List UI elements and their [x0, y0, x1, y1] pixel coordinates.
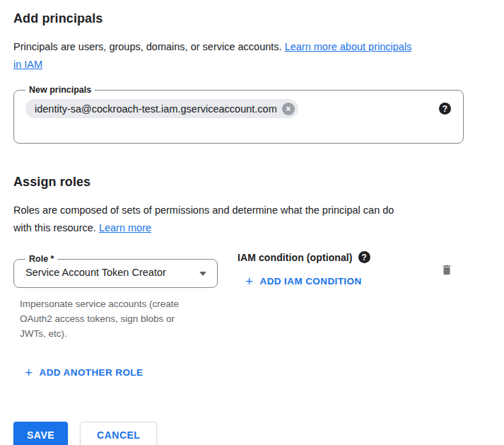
role-label: Role *: [25, 253, 57, 265]
add-another-role-button[interactable]: + ADD ANOTHER ROLE: [13, 366, 143, 379]
action-buttons-row: SAVE CANCEL: [13, 422, 504, 445]
add-iam-condition-button[interactable]: + ADD IAM CONDITION: [238, 275, 362, 288]
role-row: Role * Service Account Token Creator Imp…: [13, 259, 504, 341]
learn-more-roles-link[interactable]: Learn more: [99, 222, 151, 233]
iam-condition-column: IAM condition (optional) ? + ADD IAM CON…: [238, 251, 370, 289]
assign-roles-text: Roles are composed of sets of permission…: [13, 204, 394, 233]
trash-icon: [440, 263, 453, 277]
assign-roles-title: Assign roles: [13, 173, 504, 190]
page-title: Add principals: [13, 10, 504, 27]
save-button[interactable]: SAVE: [13, 422, 68, 445]
assign-roles-paragraph: Roles are composed of sets of permission…: [13, 202, 491, 237]
role-description: Impersonate service accounts (create OAu…: [13, 296, 218, 341]
role-select[interactable]: Role * Service Account Token Creator: [13, 259, 218, 288]
role-selected-value: Service Account Token Creator: [25, 267, 166, 278]
add-principals-panel: Add principals Principals are users, gro…: [0, 0, 504, 445]
new-principals-label: New principals: [25, 84, 95, 96]
principal-chip: identity-sa@cockroach-test.iam.gservicea…: [25, 99, 298, 118]
delete-role-button[interactable]: [440, 263, 453, 277]
new-principals-help-icon[interactable]: ?: [439, 103, 451, 115]
principal-chip-value: identity-sa@cockroach-test.iam.gservicea…: [35, 103, 277, 115]
plus-icon: +: [25, 367, 33, 378]
chip-remove-icon[interactable]: ×: [282, 103, 295, 115]
iam-condition-label: IAM condition (optional): [238, 252, 353, 263]
intro-paragraph: Principals are users, groups, domains, o…: [13, 38, 491, 74]
intro-text: Principals are users, groups, domains, o…: [13, 41, 285, 52]
dropdown-arrow-icon: [199, 272, 206, 276]
close-icon: ×: [286, 104, 291, 114]
iam-condition-help-icon[interactable]: ?: [358, 251, 370, 263]
delete-role-column: [440, 263, 453, 279]
add-iam-condition-label: ADD IAM CONDITION: [260, 275, 362, 288]
role-column: Role * Service Account Token Creator Imp…: [13, 259, 218, 341]
plus-icon: +: [245, 276, 254, 287]
iam-condition-label-row: IAM condition (optional) ?: [238, 251, 370, 263]
new-principals-field[interactable]: New principals identity-sa@cockroach-tes…: [13, 90, 464, 144]
cancel-button[interactable]: CANCEL: [80, 422, 157, 445]
add-another-role-label: ADD ANOTHER ROLE: [40, 366, 143, 379]
